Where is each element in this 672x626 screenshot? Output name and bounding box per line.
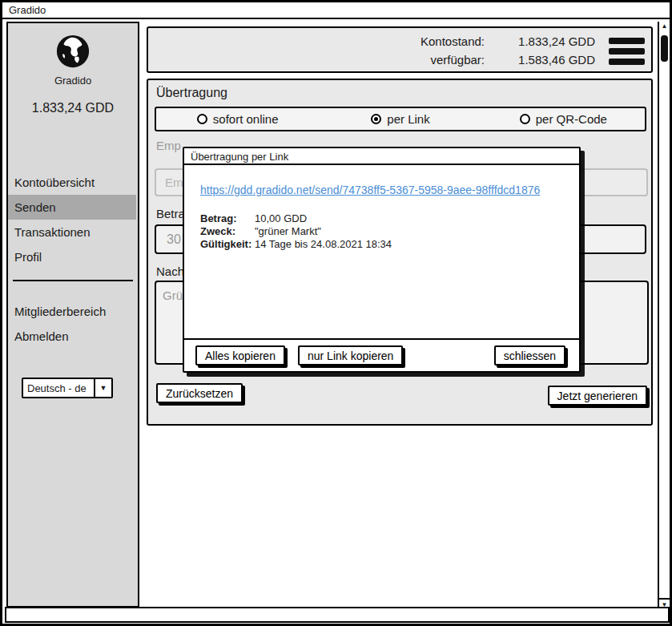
- sidebar-balance: 1.833,24 GDD: [8, 101, 138, 115]
- sidebar-item-transaktionen[interactable]: Transaktionen: [8, 220, 138, 244]
- window-title: Gradido: [9, 4, 46, 16]
- detail-value: 14 Tage bis 24.08.2021 18:34: [255, 238, 392, 251]
- status-bar: [5, 607, 670, 623]
- radio-label: per Link: [387, 112, 429, 126]
- available-row: verfügbar: 1.583,46 GDD: [421, 50, 595, 69]
- amount-label: Betra: [156, 207, 185, 220]
- recipient-label: Emp: [156, 139, 181, 152]
- sidebar-item-label: Mitgliederbereich: [14, 305, 106, 318]
- radio-checked-icon: [371, 114, 381, 124]
- app-window: Gradido Gradido 1.833,24 GDD Kontoübersi…: [0, 0, 672, 626]
- detail-value: 10,00 GDD: [255, 212, 307, 225]
- balance-header: Kontostand: 1.833,24 GDD verfügbar: 1.58…: [147, 26, 653, 73]
- chevron-down-icon[interactable]: ▼: [94, 379, 111, 397]
- detail-label: Zweck:: [200, 225, 255, 238]
- detail-label: Gültigkeit:: [200, 238, 255, 251]
- sidebar-item-label: Senden: [14, 200, 56, 214]
- detail-row-gueltigkeit: Gültigkeit: 14 Tage bis 24.08.2021 18:34: [200, 238, 392, 251]
- sidebar-menu: Kontoübersicht Senden Transaktionen Prof…: [8, 170, 138, 269]
- verfuegbar-value: 1.583,46 GDD: [485, 50, 595, 69]
- logo-label: Gradido: [8, 75, 138, 87]
- logo: Gradido: [8, 33, 138, 87]
- radio-unchecked-icon: [197, 114, 207, 124]
- kontostand-value: 1.833,24 GDD: [485, 32, 595, 50]
- detail-label: Betrag:: [200, 212, 255, 225]
- balance-row: Kontostand: 1.833,24 GDD: [421, 32, 595, 50]
- radio-sofort-online[interactable]: sofort online: [156, 112, 319, 126]
- sidebar-item-label: Profil: [14, 250, 42, 264]
- copy-link-button[interactable]: nur Link kopieren: [298, 345, 403, 366]
- dialog-footer: Alles kopieren nur Link kopieren schlies…: [184, 338, 579, 371]
- sidebar-secondary-menu: Mitgliederbereich Abmelden: [8, 299, 138, 349]
- radio-unchecked-icon: [520, 114, 530, 124]
- radio-label: per QR-Code: [536, 112, 607, 126]
- transfer-link-dialog: Übertragung per Link https://gdd.gradido…: [183, 147, 581, 373]
- detail-row-zweck: Zweck: "grüner Markt": [200, 225, 392, 238]
- sidebar: Gradido 1.833,24 GDD Kontoübersicht Send…: [6, 22, 139, 608]
- hamburger-menu-icon[interactable]: [609, 38, 645, 69]
- radio-per-link[interactable]: per Link: [319, 112, 481, 126]
- sidebar-item-label: Transaktionen: [14, 225, 91, 239]
- panel-title: Übertragung: [156, 86, 227, 100]
- scroll-up-icon[interactable]: ▲: [659, 22, 670, 30]
- sidebar-item-label: Kontoübersicht: [14, 176, 95, 189]
- sidebar-item-kontouebersicht[interactable]: Kontoübersicht: [8, 170, 138, 195]
- sidebar-item-senden[interactable]: Senden: [8, 195, 136, 220]
- balance-rows: Kontostand: 1.833,24 GDD verfügbar: 1.58…: [421, 32, 595, 69]
- message-label: Nach: [156, 265, 184, 278]
- transfer-link[interactable]: https://gdd.gradido.net/send/74738ff5-53…: [200, 184, 540, 196]
- kontostand-label: Kontostand:: [421, 32, 485, 50]
- verfuegbar-label: verfügbar:: [430, 50, 485, 69]
- detail-row-betrag: Betrag: 10,00 GDD: [200, 212, 392, 225]
- copy-all-button[interactable]: Alles kopieren: [195, 345, 285, 366]
- sidebar-item-profil[interactable]: Profil: [8, 244, 138, 269]
- detail-value: "grüner Markt": [255, 225, 321, 238]
- generate-button[interactable]: Jetzt generieren: [548, 386, 647, 406]
- radio-per-qr-code[interactable]: per QR-Code: [482, 112, 645, 126]
- sidebar-item-abmelden[interactable]: Abmelden: [8, 324, 138, 349]
- radio-label: sofort online: [213, 112, 279, 126]
- vertical-scrollbar[interactable]: ▲ ▼: [658, 22, 670, 609]
- dialog-title: Übertragung per Link: [184, 148, 579, 165]
- transfer-mode-group: sofort online per Link per QR-Code: [155, 107, 646, 131]
- window-titlebar: Gradido: [2, 2, 670, 19]
- language-select-value: Deutsch - de: [23, 379, 94, 397]
- language-select[interactable]: Deutsch - de ▼: [22, 378, 113, 398]
- sidebar-divider: [13, 280, 133, 281]
- reset-button[interactable]: Zurücksetzen: [156, 383, 243, 403]
- sidebar-item-label: Abmelden: [14, 329, 69, 343]
- globe-icon: [54, 33, 91, 70]
- sidebar-item-mitgliederbereich[interactable]: Mitgliederbereich: [8, 299, 138, 324]
- close-button[interactable]: schliessen: [494, 345, 565, 366]
- dialog-details: Betrag: 10,00 GDD Zweck: "grüner Markt" …: [200, 212, 392, 251]
- scrollbar-thumb[interactable]: [661, 35, 668, 62]
